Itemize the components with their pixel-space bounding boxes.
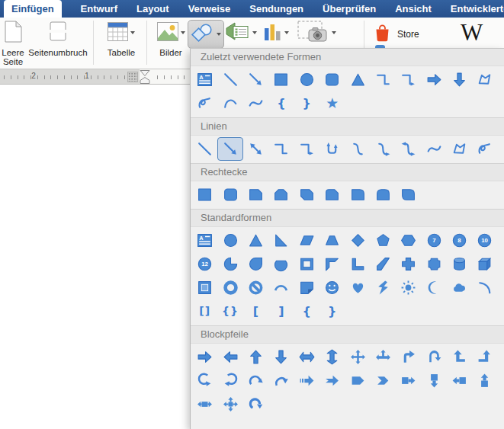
shape-oval-icon[interactable]	[294, 68, 319, 91]
shape-round-single-corner-rectangle-icon[interactable]	[345, 183, 370, 206]
shape-elbow-arrow-connector-icon[interactable]	[294, 137, 319, 161]
shape-right-arrow-icon[interactable]	[192, 345, 217, 369]
shape-down-arrow-icon[interactable]	[447, 68, 472, 91]
shape-bent-arrow-icon[interactable]	[396, 345, 421, 369]
shape-half-frame-icon[interactable]	[319, 252, 345, 276]
shape-right-bracket-icon[interactable]: ]	[268, 299, 294, 323]
shape-quad-arrow-callout-icon[interactable]	[217, 392, 242, 416]
shape-donut-icon[interactable]	[217, 276, 242, 299]
shape-line-arrow-icon[interactable]	[243, 68, 268, 91]
tab-sendungen[interactable]: Sendungen	[249, 3, 303, 14]
shape-left-arrow-icon[interactable]	[217, 345, 242, 369]
shape-curve-icon[interactable]	[422, 137, 447, 161]
shape-up-arrow-callout-icon[interactable]	[472, 369, 497, 392]
shape-left-right-up-arrow-icon[interactable]	[371, 345, 396, 369]
shape-octagon-icon[interactable]: 8	[447, 229, 472, 252]
shape-frame-icon[interactable]	[294, 252, 319, 276]
shape-quad-arrow-icon[interactable]	[345, 345, 370, 369]
table-button[interactable]: Tabelle	[99, 20, 143, 57]
shape-dodecagon-icon[interactable]: 12	[192, 252, 217, 276]
shape-decagon-icon[interactable]: 10	[472, 229, 497, 252]
screenshot-button[interactable]	[297, 20, 336, 46]
shape-snip-same-side-corner-rectangle-icon[interactable]	[268, 183, 294, 206]
shape-rectangle-icon[interactable]	[192, 183, 217, 206]
shape-down-arrow-icon[interactable]	[268, 345, 294, 369]
shape-sun-icon[interactable]	[396, 276, 421, 299]
tab-layout[interactable]: Layout	[136, 3, 169, 14]
shape-curved-connector-icon[interactable]	[345, 137, 370, 161]
shape-circular-arrow-icon[interactable]	[243, 392, 268, 416]
shape-u-turn-arrow-icon[interactable]	[422, 345, 447, 369]
shape-curved-right-arrow-icon[interactable]	[192, 369, 217, 392]
shape-curve-icon[interactable]	[243, 91, 268, 115]
shape-elbow-arrow-connector-icon[interactable]	[396, 68, 421, 91]
pictures-button[interactable]: Bilder	[149, 20, 192, 57]
store-button[interactable]: Store	[374, 21, 419, 47]
shape-parallelogram-icon[interactable]	[294, 229, 319, 252]
page-break-button[interactable]: Seitenumbruch	[26, 20, 90, 57]
shape-round-same-side-corner-rectangle-icon[interactable]	[371, 183, 396, 206]
shape-rounded-rectangle-icon[interactable]	[319, 68, 345, 91]
shapes-button[interactable]	[188, 20, 224, 49]
shape-rectangle-icon[interactable]	[268, 68, 294, 91]
shape-elbow-connector-icon[interactable]	[268, 137, 294, 161]
shape-rounded-rectangle-icon[interactable]	[217, 183, 242, 206]
shape-curved-down-arrow-icon[interactable]	[268, 369, 294, 392]
shape-block-arc-icon[interactable]	[268, 276, 294, 299]
shape-freeform-icon[interactable]	[472, 68, 497, 91]
shape-trapezoid-icon[interactable]	[319, 229, 345, 252]
shape-down-arrow-callout-icon[interactable]	[422, 369, 447, 392]
wikipedia-button[interactable]: W	[461, 20, 483, 46]
shape-l-shape-icon[interactable]	[345, 252, 370, 276]
shape-bevel-icon[interactable]	[192, 276, 217, 299]
shape-line-double-arrow-icon[interactable]	[243, 137, 268, 161]
shape-folded-corner-icon[interactable]	[294, 276, 319, 299]
shape-lightning-bolt-icon[interactable]	[371, 276, 396, 299]
shape-moon-icon[interactable]	[422, 276, 447, 299]
shape-oval-icon[interactable]	[217, 229, 242, 252]
tab-entwurf[interactable]: Entwurf	[81, 3, 117, 14]
tab-ansicht[interactable]: Ansicht	[395, 3, 432, 14]
shape-snip-diagonal-corner-rectangle-icon[interactable]	[294, 183, 319, 206]
shape-left-bracket-icon[interactable]: [	[243, 299, 268, 323]
tab-einfügen[interactable]: Einfügen	[4, 0, 62, 18]
shape-curved-up-arrow-icon[interactable]	[243, 369, 268, 392]
shape-right-brace-icon[interactable]: }	[294, 91, 319, 115]
shape-teardrop-icon[interactable]	[243, 252, 268, 276]
shape-pentagon-arrow-icon[interactable]	[345, 369, 370, 392]
blank-page-button[interactable]: Leere Seite	[0, 20, 26, 66]
shape-left-right-arrow-callout-icon[interactable]	[192, 392, 217, 416]
shape-smiley-face-icon[interactable]	[319, 276, 345, 299]
shape-arc-icon[interactable]	[472, 276, 497, 299]
shape-regular-pentagon-icon[interactable]	[371, 229, 396, 252]
shape-text-box-icon[interactable]: A	[192, 229, 217, 252]
shape-plaque-icon[interactable]	[422, 252, 447, 276]
shape-notched-right-arrow-icon[interactable]	[319, 369, 345, 392]
shape-scribble-icon[interactable]	[472, 137, 497, 161]
shape-can-icon[interactable]	[447, 252, 472, 276]
shape-isosceles-triangle-icon[interactable]	[243, 229, 268, 252]
shape-up-down-arrow-icon[interactable]	[319, 345, 345, 369]
tab-entwicklertools[interactable]: Entwicklertools	[451, 3, 504, 14]
shape-diamond-icon[interactable]	[345, 229, 370, 252]
shape-elbow-connector-icon[interactable]	[371, 68, 396, 91]
shape-striped-right-arrow-icon[interactable]	[294, 369, 319, 392]
shape-cloud-icon[interactable]	[447, 276, 472, 299]
shape-left-brace-icon[interactable]: {	[294, 299, 319, 323]
shape-line-icon[interactable]	[192, 137, 217, 161]
shape-cube-icon[interactable]	[472, 252, 497, 276]
tab-verweise[interactable]: Verweise	[188, 3, 231, 14]
shape-arc-icon[interactable]	[217, 91, 242, 115]
shape-line-icon[interactable]	[217, 68, 242, 91]
shape-elbow-double-arrow-connector-icon[interactable]	[319, 137, 345, 161]
shape-right-triangle-icon[interactable]	[268, 229, 294, 252]
tab-überprüfen[interactable]: Überprüfen	[323, 3, 376, 14]
shape-pie-icon[interactable]	[217, 252, 242, 276]
shape-right-arrow-icon[interactable]	[422, 68, 447, 91]
shape-curved-double-arrow-connector-icon[interactable]	[396, 137, 421, 161]
shape-snip-single-corner-rectangle-icon[interactable]	[243, 183, 268, 206]
shape-bent-up-arrow-icon[interactable]	[472, 345, 497, 369]
shape-up-arrow-icon[interactable]	[243, 345, 268, 369]
shape-hexagon-icon[interactable]	[396, 229, 421, 252]
shape-right-arrow-callout-icon[interactable]	[396, 369, 421, 392]
